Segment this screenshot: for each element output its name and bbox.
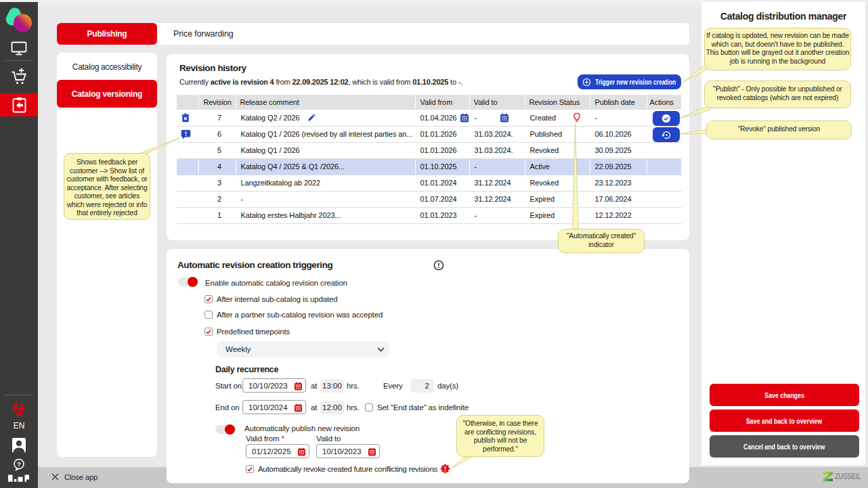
svg-text:?: ?	[17, 460, 21, 468]
